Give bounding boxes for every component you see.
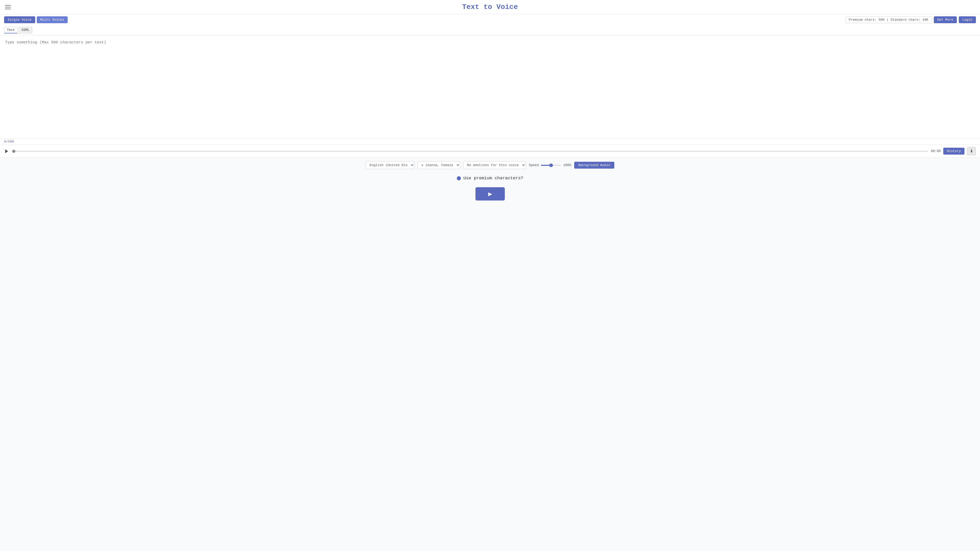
get-more-button[interactable]: Get More [934,16,957,23]
tab-ssml[interactable]: SSML [19,27,32,33]
language-select[interactable]: English (United Sta [366,161,414,169]
premium-dot-icon[interactable] [457,176,461,180]
audio-progress-thumb [12,150,15,153]
generate-button[interactable]: ▶ [476,187,505,200]
login-button[interactable]: Login [959,16,976,23]
chars-info-group: Premium chars: 500 | Standard chars: 10K… [845,16,976,23]
audio-progress-bar[interactable] [12,151,928,152]
char-count: 0/500 [4,140,14,144]
top-bar: Single Voice Multi Voices Premium chars:… [0,14,980,25]
speed-value: 100% [563,163,571,167]
main-content: 0/500 00:00 History ⬇ English (United St… [0,35,980,206]
multi-voices-button[interactable]: Multi Voices [37,16,68,23]
svg-marker-0 [5,149,8,153]
voice-select[interactable]: ★ Joanna, Female [417,161,460,169]
premium-label: Use premium characters? [463,176,523,181]
text-input[interactable] [0,35,980,137]
audio-player-row: 00:00 History ⬇ [0,145,980,158]
chars-info-text: Premium chars: 500 | Standard chars: 10K [845,16,932,23]
menu-icon[interactable] [5,5,11,9]
download-button[interactable]: ⬇ [967,147,976,156]
char-count-row: 0/500 [0,139,980,145]
app-header: Text to Voice [0,0,980,14]
tab-text[interactable]: Text [4,27,18,33]
controls-row: English (United Sta ★ Joanna, Female No … [0,158,980,173]
tabs-row: Text SSML [0,25,980,35]
audio-time: 00:00 [931,149,941,153]
mode-buttons: Single Voice Multi Voices [4,16,68,23]
audio-play-icon[interactable] [4,149,9,154]
speed-control: Speed 100% [529,163,571,167]
speed-slider[interactable] [541,165,561,166]
history-button[interactable]: History [943,148,964,155]
textarea-container [0,35,980,139]
emotions-select[interactable]: No emotions for this voice [463,161,526,169]
page-title: Text to Voice [462,3,518,11]
speed-label: Speed [529,163,539,167]
generate-play-icon: ▶ [488,191,492,197]
generate-row: ▶ [0,184,980,206]
single-voice-button[interactable]: Single Voice [4,16,35,23]
premium-row: Use premium characters? [0,173,980,184]
background-audio-button[interactable]: Background Audio [574,162,614,168]
download-icon: ⬇ [970,149,973,153]
